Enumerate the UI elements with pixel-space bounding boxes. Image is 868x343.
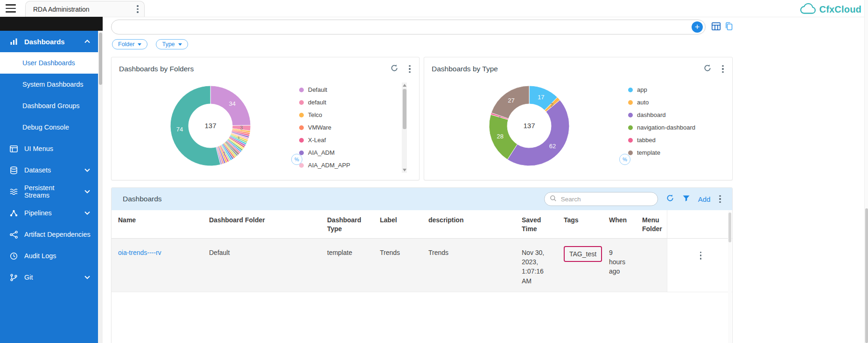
legend-item[interactable]: Telco [299,109,350,121]
chevron-down-icon [138,43,141,46]
chevron-down-icon[interactable] [84,167,91,173]
legend-color-dot [628,88,633,92]
legend-item[interactable]: auto [628,96,695,109]
column-header[interactable]: Dashboard Folder [203,210,321,238]
table-more-icon[interactable] [718,194,722,204]
scroll-up-icon[interactable] [403,84,406,87]
chevron-up-icon[interactable] [84,38,91,45]
type-filter-chip[interactable]: Type [156,39,188,49]
table-scrollbar[interactable] [728,211,732,343]
legend-item[interactable]: Default [299,83,350,96]
legend-color-dot [299,138,304,143]
legend-item[interactable]: AIA_ADM [299,146,350,159]
column-header[interactable]: Name [112,210,203,238]
table-row[interactable]: oia-trends----rv Default template Trends… [112,239,732,292]
column-header[interactable]: Saved Time [515,210,557,238]
sidebar: Dashboards User Dashboards System Dashbo… [0,31,98,343]
legend-color-dot [628,125,633,130]
column-header[interactable]: Menu Folder [636,210,667,238]
legend-item[interactable]: default [299,96,350,109]
window-icon [9,144,18,153]
scroll-down-icon[interactable] [403,169,406,172]
legend-color-dot [628,113,633,117]
folder-filter-chip[interactable]: Folder [112,39,147,49]
git-branch-icon [9,273,18,282]
refresh-icon[interactable] [703,64,712,74]
app-tab[interactable]: RDA Administration [25,1,145,17]
legend-color-dot [299,125,304,130]
table-search-input[interactable] [560,195,646,203]
refresh-icon[interactable] [390,64,399,74]
legend-item[interactable]: template [628,146,695,159]
tab-more-icon[interactable] [136,4,140,14]
column-header[interactable]: Dashboard Type [321,210,373,238]
sidebar-item-debug-console[interactable]: Debug Console [0,117,98,138]
cell-when: 9 hours ago [602,239,636,292]
sidebar-item-persistent-streams[interactable]: Persistent Streams [0,181,98,202]
legend-item[interactable]: dashboard [628,109,695,121]
table-search-box[interactable] [544,192,658,206]
legend-item[interactable]: tabbed [628,134,695,146]
percent-toggle[interactable]: % [291,154,302,165]
legend-label: Telco [308,111,322,118]
legend-label: AIA_ADM [308,149,335,156]
global-search-bar[interactable]: + [111,20,706,34]
scrollbar-thumb[interactable] [403,89,406,129]
row-more-icon[interactable] [699,251,703,261]
legend-item[interactable]: navigation-dashboard [628,121,695,134]
streams-icon [9,187,18,196]
sidebar-item-label: Datasets [24,166,51,174]
sidebar-item-system-dashboards[interactable]: System Dashboards [0,74,98,95]
sidebar-item-dashboards[interactable]: Dashboards [0,31,98,52]
donut-slice[interactable] [507,100,569,166]
dashboard-name-link[interactable]: oia-trends----rv [118,249,161,256]
sidebar-item-datasets[interactable]: Datasets [0,159,98,181]
scrollbar-thumb[interactable] [99,33,102,85]
legend-scrollbar[interactable] [402,82,407,173]
filter-chip-row: Folder Type [112,39,188,49]
chevron-down-icon[interactable] [84,188,91,195]
add-dashboard-button[interactable]: Add [698,195,711,203]
sidebar-scrollbar[interactable] [98,31,103,343]
legend-item[interactable]: app [628,83,695,96]
sidebar-item-label: System Dashboards [22,81,84,88]
dashboards-by-folders-card: Dashboards by Folders 3431174137 Default… [111,57,420,180]
scrollbar-thumb[interactable] [865,208,868,343]
column-header[interactable]: When [602,210,636,238]
legend-item[interactable]: VMWare [299,121,350,134]
legend-item[interactable]: X-Leaf [299,134,350,146]
table-view-icon[interactable] [711,21,721,31]
sidebar-item-pipelines[interactable]: Pipelines [0,202,98,224]
legend-item[interactable]: AIA_ADM_APP [299,159,350,172]
sidebar-item-artifact-dependencies[interactable]: Artifact Dependencies [0,224,98,245]
search-icon [550,195,557,204]
chevron-down-icon[interactable] [84,274,91,281]
sidebar-item-audit-logs[interactable]: Audit Logs [0,245,98,267]
hamburger-menu-icon[interactable] [6,4,16,13]
legend-color-dot [299,88,304,92]
column-header[interactable]: Label [373,210,422,238]
sidebar-item-label: Audit Logs [24,252,56,260]
sidebar-item-dashboard-groups[interactable]: Dashboard Groups [0,95,98,117]
logo-text: CfxCloud [819,4,861,15]
slice-value-label: 74 [176,126,183,133]
column-header[interactable]: description [422,210,515,238]
page-scrollbar[interactable] [864,0,868,343]
sidebar-item-label: Pipelines [24,209,52,217]
refresh-icon[interactable] [666,194,674,204]
card-more-icon[interactable] [721,64,725,74]
column-header[interactable]: Tags [557,210,602,238]
sidebar-item-ui-menus[interactable]: UI Menus [0,138,98,159]
chevron-down-icon[interactable] [84,210,91,216]
card-more-icon[interactable] [408,64,412,74]
percent-toggle[interactable]: % [619,154,630,165]
global-search-input[interactable] [120,23,686,31]
add-new-button[interactable]: + [692,21,703,33]
sidebar-item-git[interactable]: Git [0,267,98,288]
copy-icon[interactable] [724,21,734,31]
sidebar-item-label: Git [24,274,33,281]
scrollbar-thumb[interactable] [728,213,731,242]
filter-icon[interactable] [682,194,690,204]
types-chart-legend: appautodashboardnavigation-dashboardtabb… [628,83,695,159]
sidebar-item-user-dashboards[interactable]: User Dashboards [0,52,98,74]
